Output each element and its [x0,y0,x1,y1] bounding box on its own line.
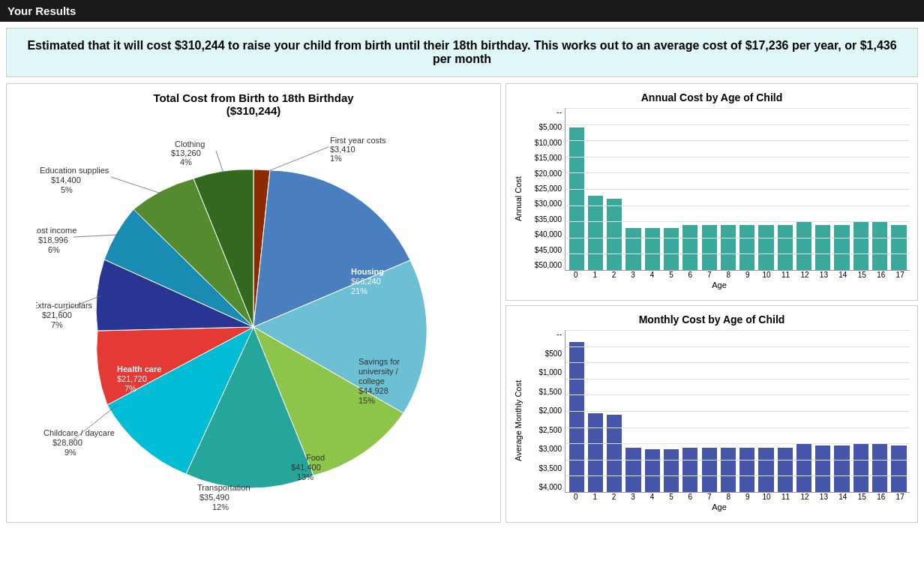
bar-col [871,108,890,270]
bar [758,448,773,492]
x-label: 5 [662,271,680,279]
bar-col [738,108,757,270]
y-tick: -- [529,330,562,338]
bar [645,449,660,492]
bar-col [851,108,870,270]
bar-col [890,108,908,270]
svg-text:Food: Food [306,453,325,462]
y-tick: $5,000 [529,123,562,131]
x-label: 7 [700,271,718,279]
svg-text:5%: 5% [61,185,73,194]
x-label: 11 [776,493,795,501]
svg-text:$3,410: $3,410 [330,145,356,154]
bar [815,225,830,270]
y-tick: $40,000 [529,230,562,238]
monthly-bars-area [565,330,910,493]
y-tick: $30,000 [529,200,562,208]
bar [682,225,698,270]
bar [702,225,717,270]
annual-y-axis-label: Annual Cost [514,108,527,290]
svg-text:college: college [358,376,385,386]
svg-text:$28,800: $28,800 [52,438,82,447]
svg-text:21%: 21% [351,286,368,296]
bar-col [624,330,643,492]
y-tick: $2,500 [529,426,562,434]
x-label: 6 [681,493,700,501]
y-tick: $2,000 [529,406,562,415]
bar-col [586,330,604,492]
x-label: 2 [604,271,623,279]
bar [815,446,830,492]
x-label: 9 [738,271,757,279]
bar-col [757,108,776,270]
svg-line-0 [268,147,328,171]
bar-col [851,330,870,492]
svg-text:$44,928: $44,928 [358,386,388,395]
bar [740,448,754,492]
x-label: 12 [795,271,814,279]
bar-col [624,108,643,270]
x-label: 0 [566,493,585,501]
x-label: 8 [719,493,738,501]
bar [778,448,793,492]
bar [588,196,603,270]
svg-text:$21,720: $21,720 [117,374,147,383]
charts-row: Total Cost from Birth to 18th Birthday (… [6,83,918,523]
bar-col [605,330,624,492]
x-label: 1 [585,493,604,501]
y-tick: $35,000 [529,215,562,224]
svg-text:Childcare / daycare: Childcare / daycare [44,428,115,437]
bar-col [776,330,794,492]
y-tick: $3,500 [529,464,562,472]
svg-text:Savings for: Savings for [358,357,400,366]
svg-text:$66,240: $66,240 [351,277,381,286]
x-label: 4 [643,493,662,501]
svg-text:Lost income: Lost income [36,226,76,235]
x-label: 3 [623,493,642,501]
svg-text:15%: 15% [358,396,375,405]
svg-text:$18,996: $18,996 [38,236,68,244]
bar [796,221,812,270]
svg-text:$21,600: $21,600 [42,310,72,320]
bar [721,225,736,270]
y-tick: $15,000 [529,154,562,162]
bar-col [718,108,737,270]
annual-chart-box: Annual Cost by Age of Child Annual Cost … [506,83,918,301]
svg-text:4%: 4% [180,158,192,166]
svg-text:Housing: Housing [351,267,384,276]
x-label: 17 [890,271,909,279]
bar [854,221,868,270]
svg-text:7%: 7% [124,384,136,393]
annual-chart-inner: $50,000$45,000$40,000$35,000$30,000$25,0… [529,108,910,290]
monthly-chart-title: Monthly Cost by Age of Child [514,314,910,326]
bar [626,228,640,270]
bar [854,443,868,492]
x-label: 3 [623,271,642,279]
bar [778,225,793,270]
bar-col [832,330,851,492]
svg-text:$35,490: $35,490 [200,493,230,502]
x-label: 10 [757,493,776,501]
svg-text:9%: 9% [64,448,76,457]
bar-col [871,330,890,492]
bar [740,225,754,270]
x-label: 17 [890,493,909,501]
annual-chart-wrap: Annual Cost $50,000$45,000$40,000$35,000… [514,108,910,290]
x-label: 4 [643,271,662,279]
x-label: 5 [662,493,680,501]
x-label: 0 [566,271,585,279]
annual-chart-area: Annual Cost $50,000$45,000$40,000$35,000… [514,108,910,290]
x-label: 2 [604,493,623,501]
bar-col [890,330,908,492]
bar [872,221,887,270]
bar-col [567,108,586,270]
x-label: 14 [833,271,852,279]
annual-x-labels: 01234567891011121314151617 [566,271,910,279]
x-label: 12 [795,493,814,501]
bar-col [814,108,832,270]
bar-col [567,330,586,492]
svg-line-37 [216,151,224,173]
bar [645,228,660,270]
y-tick: $10,000 [529,139,562,147]
bar-col [586,108,604,270]
